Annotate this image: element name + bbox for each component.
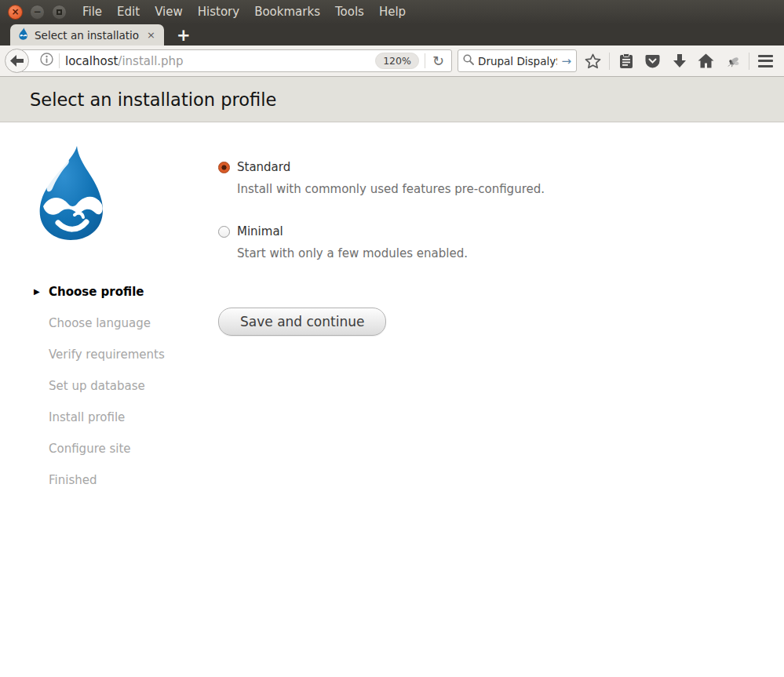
- pocket-icon[interactable]: [642, 50, 663, 71]
- install-sidebar: ▶ Choose profile Choose language Verify …: [0, 144, 191, 504]
- menu-history[interactable]: History: [198, 5, 239, 19]
- urlbar-divider: [59, 53, 60, 68]
- step-label: Choose profile: [49, 285, 144, 299]
- step-verify-requirements: Verify requirements: [49, 347, 191, 362]
- radio-standard[interactable]: [218, 162, 230, 173]
- back-arrow-icon: [10, 55, 24, 67]
- tab-close-icon[interactable]: ×: [145, 29, 157, 41]
- window-maximize-button[interactable]: [52, 5, 67, 20]
- toolbar-divider-2: [749, 53, 749, 70]
- bookmark-star-icon[interactable]: [582, 50, 603, 71]
- url-host: localhost: [65, 54, 118, 68]
- site-info-icon[interactable]: [40, 53, 53, 69]
- menu-items: File Edit View History Bookmarks Tools H…: [82, 5, 406, 19]
- step-label: Finished: [49, 473, 97, 487]
- home-icon[interactable]: [695, 50, 717, 71]
- step-install-profile: Install profile: [49, 409, 191, 425]
- page-header: Select an installation profile: [0, 77, 784, 122]
- search-input[interactable]: Drupal DispalyStuie: [478, 55, 557, 67]
- save-and-continue-button[interactable]: Save and continue: [218, 308, 386, 336]
- menu-bookmarks[interactable]: Bookmarks: [254, 5, 320, 19]
- toolbar-divider: [609, 53, 610, 70]
- profile-description-minimal: Start with only a few modules enabled.: [237, 246, 545, 260]
- step-set-up-database: Set up database: [49, 378, 191, 394]
- window-menubar: × − File Edit View History Bookmarks Too…: [0, 0, 784, 24]
- step-configure-site: Configure site: [49, 441, 191, 457]
- window-controls: × −: [0, 5, 79, 20]
- profile-option-minimal: Minimal Start with only a few modules en…: [218, 224, 545, 260]
- tab-favicon-drupal-icon: [17, 27, 29, 42]
- step-finished: Finished: [49, 472, 191, 488]
- zoom-level-badge[interactable]: 120%: [375, 53, 419, 69]
- step-choose-profile: ▶ Choose profile: [49, 284, 191, 300]
- maximize-icon: [57, 9, 62, 15]
- profile-name-standard[interactable]: Standard: [237, 160, 290, 174]
- bookmarks-list-icon[interactable]: [615, 50, 636, 71]
- download-icon[interactable]: [669, 50, 690, 71]
- drupal-logo: [27, 144, 191, 245]
- search-icon: [463, 54, 474, 67]
- menu-tools[interactable]: Tools: [335, 5, 364, 19]
- profile-option-standard: Standard Install with commonly used feat…: [218, 160, 545, 196]
- step-label: Choose language: [49, 316, 151, 330]
- step-label: Configure site: [49, 442, 131, 456]
- tab-title: Select an installatio...: [35, 29, 140, 42]
- page-title: Select an installation profile: [30, 89, 276, 110]
- search-go-icon[interactable]: →: [561, 54, 571, 68]
- new-tab-button[interactable]: +: [177, 27, 191, 44]
- step-label: Install profile: [49, 410, 125, 424]
- urlbar-divider-2: [425, 53, 425, 68]
- browser-tab-active[interactable]: Select an installatio... ×: [10, 24, 164, 45]
- menu-help[interactable]: Help: [379, 5, 406, 19]
- install-steps-list: ▶ Choose profile Choose language Verify …: [27, 284, 191, 488]
- search-bar[interactable]: Drupal DispalyStuie →: [458, 49, 577, 72]
- step-choose-language: Choose language: [49, 315, 191, 331]
- tab-bar: Select an installatio... × +: [0, 24, 784, 45]
- page-content: ▶ Choose profile Choose language Verify …: [0, 122, 784, 504]
- profile-name-minimal[interactable]: Minimal: [237, 224, 283, 238]
- radio-minimal[interactable]: [218, 226, 230, 238]
- menu-edit[interactable]: Edit: [117, 5, 140, 19]
- profile-description-standard: Install with commonly used features pre-…: [237, 182, 545, 196]
- profile-form: Standard Install with commonly used feat…: [191, 144, 545, 504]
- active-step-marker-icon: ▶: [34, 284, 40, 300]
- navigation-toolbar: localhost/install.php 120% ↻ Drupal Disp…: [0, 45, 784, 77]
- back-button[interactable]: [5, 49, 29, 73]
- reload-button[interactable]: ↻: [431, 54, 446, 68]
- step-label: Verify requirements: [49, 348, 165, 362]
- url-bar[interactable]: localhost/install.php 120% ↻: [20, 49, 452, 72]
- step-label: Set up database: [49, 379, 145, 393]
- menu-view[interactable]: View: [155, 5, 183, 19]
- extension-bug-icon[interactable]: [722, 50, 743, 71]
- url-text[interactable]: localhost/install.php: [65, 54, 370, 68]
- url-path: /install.php: [118, 54, 183, 68]
- menu-file[interactable]: File: [82, 5, 102, 19]
- window-close-button[interactable]: ×: [8, 5, 23, 20]
- window-minimize-button[interactable]: −: [30, 5, 45, 20]
- menu-hamburger-icon[interactable]: [755, 50, 776, 71]
